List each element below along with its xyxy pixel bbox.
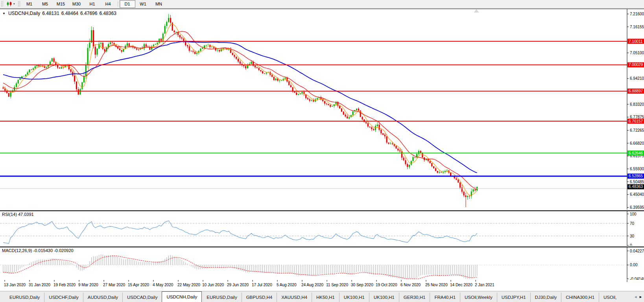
svg-text:-0.04148: -0.04148 [630, 277, 644, 280]
chart-tab-usoil[interactable]: USOil, [599, 293, 621, 302]
svg-text:6.48363: 6.48363 [629, 184, 643, 189]
date-label: 27 Mar 2020 [103, 283, 125, 287]
svg-text:6.94210: 6.94210 [630, 76, 644, 81]
svg-text:0.042275: 0.042275 [630, 249, 644, 253]
down-candle-bodies [2, 18, 476, 197]
timeframe-button-MN[interactable]: MN [151, 0, 167, 8]
date-label: 9 Mar 2020 [78, 283, 98, 287]
svg-text:6.55930: 6.55930 [630, 167, 644, 171]
date-label: 24 Aug 2020 [301, 283, 324, 287]
date-label: 30 Sep 2020 [351, 283, 373, 287]
toolbar-grip[interactable] [1, 1, 4, 7]
chart-tabs: EURUSD,DailyUSDCHF,DailyAUDUSD,DailyUSDC… [0, 291, 621, 302]
timeframe-button-M15[interactable]: M15 [53, 0, 69, 8]
ohlc-close: 6.48363 [99, 11, 116, 16]
collapse-icon[interactable]: ▼ [2, 12, 6, 15]
chevron-down-icon[interactable]: ▾ [13, 2, 15, 6]
timeframe-button-M5[interactable]: M5 [37, 0, 53, 8]
chart-tab-usoil-weekly[interactable]: USOil,Weekly [460, 293, 497, 302]
svg-text:6.39595: 6.39595 [630, 205, 644, 210]
main-chart-panel[interactable]: 7.216007.161557.051006.942106.833206.778… [0, 9, 644, 211]
svg-text:70: 70 [630, 221, 635, 226]
timeframe-buttons-group: M1M5M15M30H1H4D1W1MN [22, 0, 167, 8]
chart-tab-china300-h1[interactable]: CHINA300,H1 [561, 293, 599, 302]
svg-text:6.88897: 6.88897 [629, 89, 643, 93]
chart-tab-gbpusd-h4[interactable]: GBPUSD,H4 [242, 293, 277, 302]
rsi-label: RSI(14) 47.0391 [2, 212, 34, 217]
chart-tabs-bar: EURUSD,DailyUSDCHF,DailyAUDUSD,DailyUSDC… [0, 291, 644, 302]
svg-text:7.16155: 7.16155 [630, 25, 644, 29]
macd-histogram [3, 254, 477, 279]
timeframe-button-M30[interactable]: M30 [69, 0, 85, 8]
chart-tab-usdjpy-h1[interactable]: USDJPY,H1 [497, 293, 530, 302]
chart-type-button[interactable]: ▾ [5, 0, 17, 8]
ohlc-low: 6.47696 [80, 11, 97, 16]
svg-text:6.50485: 6.50485 [630, 180, 644, 184]
chart-tab-usdcad-daily[interactable]: USDCAD,Daily [122, 293, 162, 302]
timeframe-button-H4[interactable]: H4 [100, 0, 116, 8]
svg-text:7.21600: 7.21600 [630, 12, 644, 16]
ohlc-high: 6.48464 [61, 11, 78, 16]
chart-tab-audusd-daily[interactable]: AUDUSD,Daily [83, 293, 122, 302]
date-label: 14 Dec 2020 [450, 283, 472, 287]
macd-chart: 0.0422750.00-0.04148 [0, 247, 644, 280]
rsi-indicator-panel[interactable]: 10070300 RSI(14) 47.0391 [0, 211, 644, 247]
date-label: 22 May 2020 [177, 283, 200, 287]
tab-scroll-right-icon[interactable]: ► [639, 295, 642, 299]
chart-tab-uk100-h1[interactable]: UK100,H1 [369, 293, 399, 302]
chart-title: ▼ USDCNH,Daily 6.48131 6.48464 6.47696 6… [2, 11, 116, 16]
date-label: 2 Jan 2021 [475, 283, 495, 287]
tab-scroll-left-icon[interactable]: ◄ [634, 295, 637, 299]
chart-tab-ger30-h1[interactable]: GER30,H1 [399, 293, 430, 302]
ma-line-5 [3, 24, 477, 195]
timeframe-button-W1[interactable]: W1 [135, 0, 151, 8]
macd-label: MACD(12,26,9) -0.015430 -0.020920 [2, 248, 74, 253]
date-label: 29 Jun 2020 [227, 283, 249, 287]
date-label: 4 May 2020 [153, 283, 173, 287]
chart-tab-dj30-daily[interactable]: DJ30,Daily [530, 293, 561, 302]
tab-scroll-arrows: ◄ ► [633, 291, 643, 302]
down-candle-wicks [3, 15, 475, 207]
chart-tab-usdcnh-daily[interactable]: USDCNH,Daily [162, 291, 202, 302]
svg-text:6.83320: 6.83320 [630, 102, 644, 107]
rsi-line [3, 221, 477, 243]
toolbar-separator [118, 1, 118, 7]
date-label: 5 Aug 2020 [277, 283, 297, 287]
date-label: 6 Nov 2020 [400, 283, 421, 287]
chart-tab-eurusd-daily[interactable]: EURUSD,Daily [5, 293, 44, 302]
chart-tab-fra40-h1[interactable]: FRA40,H1 [430, 293, 460, 302]
chart-tab-eurusd-daily[interactable]: EURUSD,Daily [202, 293, 241, 302]
timeframe-button-M1[interactable]: M1 [22, 0, 37, 8]
toolbar-grip[interactable] [18, 1, 20, 7]
chart-tab-hk50-h1[interactable]: HK50,H1 [312, 293, 339, 302]
date-axis[interactable]: 13 Jan 202031 Jan 202019 Feb 20209 Mar 2… [0, 280, 644, 290]
date-label: 11 Sep 2020 [326, 283, 348, 287]
date-label: 15 Apr 2020 [128, 283, 149, 287]
svg-text:6.76157: 6.76157 [629, 119, 643, 123]
svg-text:6.72265: 6.72265 [630, 128, 644, 133]
macd-indicator-panel[interactable]: 0.0422750.00-0.04148 MACD(12,26,9) -0.01… [0, 247, 644, 281]
chart-symbol-label: USDCNH,Daily [8, 11, 40, 16]
date-label: 31 Jan 2020 [29, 283, 50, 287]
chart-tab-uk100-h1[interactable]: UK100,H1 [339, 293, 369, 302]
chart-shift-marker[interactable] [474, 9, 479, 13]
svg-text:7.00029: 7.00029 [629, 63, 643, 67]
timeframe-button-D1[interactable]: D1 [120, 0, 135, 8]
timeframes-toolbar: ▾ M1M5M15M30H1H4D1W1MN [0, 0, 644, 8]
date-label: 25 Nov 2020 [425, 283, 448, 287]
chart-tab-xauusd-h4[interactable]: XAUUSD,H4 [277, 293, 312, 302]
date-label: 13 Jan 2020 [4, 283, 26, 287]
up-candle-bodies [10, 18, 478, 197]
svg-text:6.52865: 6.52865 [629, 174, 643, 178]
svg-text:6.66820: 6.66820 [630, 141, 644, 145]
svg-text:7.10011: 7.10011 [629, 39, 643, 44]
svg-text:6.45040: 6.45040 [630, 192, 644, 197]
trading-platform-window: ▾ M1M5M15M30H1H4D1W1MN 7.216007.161557.0… [0, 0, 644, 302]
chart-tab-usdchf-daily[interactable]: USDCHF,Daily [44, 293, 83, 302]
date-label: 19 Oct 2020 [376, 283, 397, 287]
svg-text:30: 30 [630, 234, 635, 238]
svg-text:7.05100: 7.05100 [630, 51, 644, 55]
date-label: 19 Feb 2020 [54, 283, 76, 287]
timeframe-button-H1[interactable]: H1 [85, 0, 100, 8]
svg-text:0: 0 [630, 243, 632, 246]
